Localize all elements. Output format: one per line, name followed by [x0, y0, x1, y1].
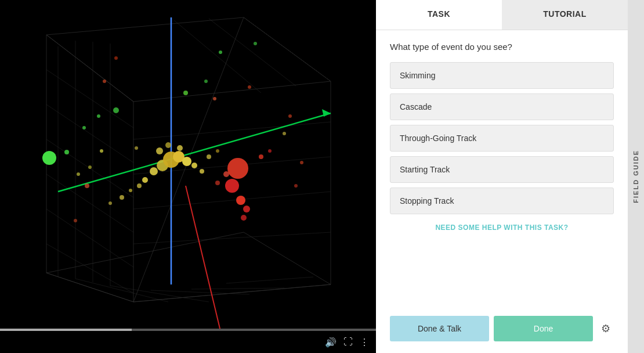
field-guide-label: FIELD GUIDE [632, 150, 639, 203]
svg-point-59 [225, 179, 239, 193]
svg-point-49 [129, 189, 132, 192]
svg-point-53 [135, 146, 138, 150]
fullscreen-icon[interactable]: ⛶ [343, 337, 353, 347]
svg-point-38 [183, 91, 188, 95]
svg-point-40 [142, 177, 148, 183]
svg-point-50 [156, 147, 163, 154]
answer-starting-track[interactable]: Starting Track [390, 156, 614, 183]
video-panel: 🔊 ⛶ ⋮ [0, 0, 376, 353]
volume-icon[interactable]: 🔊 [325, 337, 337, 348]
svg-point-63 [223, 171, 229, 177]
svg-point-33 [82, 126, 86, 129]
svg-point-74 [294, 184, 298, 188]
svg-point-79 [283, 132, 286, 135]
svg-point-54 [207, 154, 211, 159]
svg-point-52 [177, 145, 183, 151]
svg-point-62 [241, 215, 247, 221]
help-link[interactable]: NEED SOME HELP WITH THIS TASK? [390, 224, 614, 232]
svg-point-58 [227, 158, 248, 179]
done-button[interactable]: Done [494, 316, 593, 341]
svg-point-45 [182, 157, 191, 166]
answer-skimming[interactable]: Skimming [390, 62, 614, 89]
svg-point-73 [85, 183, 89, 188]
settings-icon[interactable]: ⚙ [598, 320, 614, 337]
svg-point-55 [216, 149, 219, 153]
svg-point-56 [108, 201, 112, 205]
question-text: What type of event do you see? [390, 42, 614, 52]
svg-point-72 [74, 219, 77, 222]
svg-point-78 [77, 172, 80, 176]
svg-point-41 [150, 167, 158, 175]
svg-point-51 [165, 142, 171, 148]
answer-through-going-track[interactable]: Through-Going Track [390, 125, 614, 152]
svg-point-65 [259, 154, 263, 159]
tab-task[interactable]: TASK [376, 0, 502, 30]
svg-point-31 [42, 151, 56, 165]
action-buttons: Done & Talk Done ⚙ [376, 316, 628, 353]
svg-point-68 [114, 56, 118, 60]
field-guide-sidebar[interactable]: FIELD GUIDE [628, 0, 644, 353]
svg-point-48 [137, 183, 142, 188]
svg-point-71 [288, 114, 292, 118]
svg-point-67 [103, 80, 106, 83]
done-talk-button[interactable]: Done & Talk [390, 316, 489, 341]
svg-point-66 [268, 149, 272, 153]
answer-cascade[interactable]: Cascade [390, 93, 614, 120]
svg-point-69 [213, 97, 216, 100]
right-panel: TASK TUTORIAL What type of event do you … [376, 0, 644, 353]
svg-point-35 [219, 51, 222, 54]
svg-point-61 [243, 206, 250, 212]
tabs: TASK TUTORIAL [376, 0, 628, 30]
svg-point-64 [215, 181, 220, 185]
svg-point-34 [97, 114, 100, 118]
video-canvas [0, 0, 376, 331]
svg-point-70 [248, 85, 251, 89]
svg-point-77 [88, 165, 92, 169]
svg-point-57 [120, 195, 124, 200]
content-area: What type of event do you see? Skimming … [376, 30, 628, 316]
tab-tutorial[interactable]: TUTORIAL [502, 0, 628, 30]
svg-point-39 [113, 107, 119, 113]
svg-point-32 [64, 150, 69, 154]
svg-point-47 [200, 169, 204, 174]
main-content: TASK TUTORIAL What type of event do you … [376, 0, 628, 353]
svg-point-37 [204, 80, 208, 83]
svg-point-60 [236, 196, 245, 205]
svg-point-75 [300, 161, 303, 164]
svg-point-46 [191, 163, 197, 168]
svg-point-36 [254, 42, 257, 45]
more-options-icon[interactable]: ⋮ [360, 337, 369, 348]
answer-stopping-track[interactable]: Stopping Track [390, 188, 614, 214]
visualization [0, 0, 376, 331]
svg-point-76 [100, 149, 103, 153]
video-controls: 🔊 ⛶ ⋮ [0, 331, 376, 353]
